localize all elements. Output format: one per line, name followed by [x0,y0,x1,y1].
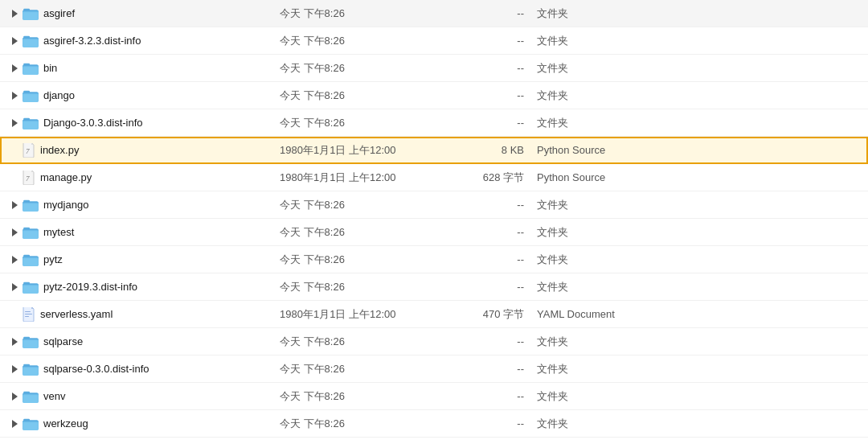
file-size: -- [457,390,537,402]
folder-icon [23,62,39,75]
expand-arrow-icon[interactable] [12,119,18,127]
svg-rect-2 [23,8,30,10]
file-kind: 文件夹 [537,225,862,240]
expand-arrow-icon[interactable] [12,283,18,291]
list-item[interactable]: pytz今天 下午8:26--文件夹 [0,246,868,273]
folder-icon [23,335,39,348]
file-kind: 文件夹 [537,88,862,103]
file-size: -- [457,35,537,47]
expand-arrow-icon[interactable] [12,393,18,401]
file-kind: 文件夹 [537,280,862,294]
folder-icon [23,417,39,430]
list-item[interactable]: serverless.yaml1980年1月1日 上午12:00470 字节YA… [0,301,868,328]
svg-text:7: 7 [26,147,30,155]
file-date: 1980年1月1日 上午12:00 [280,171,457,185]
file-date: 今天 下午8:26 [280,417,457,431]
file-kind: Python Source [537,171,862,183]
file-size: -- [457,226,537,238]
svg-rect-11 [23,90,30,92]
file-date: 今天 下午8:26 [280,389,457,404]
expand-arrow-icon[interactable] [12,92,18,100]
yaml-file-icon [23,307,35,322]
file-name: pytz [43,253,63,265]
svg-rect-19 [23,199,30,202]
list-item[interactable]: asgiref今天 下午8:26--文件夹 [0,0,868,27]
file-list: asgiref今天 下午8:26--文件夹 asgiref-3.2.3.dist… [0,0,868,438]
list-item[interactable]: werkzeug今天 下午8:26--文件夹 [0,410,868,438]
file-kind: 文件夹 [537,61,862,76]
expand-arrow-icon[interactable] [12,64,18,72]
expand-arrow-icon[interactable] [12,256,18,264]
file-kind: 文件夹 [537,362,862,376]
file-name: mytest [43,226,74,238]
file-name: serverless.yaml [40,308,113,320]
file-size: 628 字节 [457,171,537,185]
file-kind: 文件夹 [537,34,862,48]
svg-rect-34 [23,336,30,339]
file-size: -- [457,253,537,265]
svg-rect-40 [23,391,30,393]
expand-arrow-icon[interactable] [12,37,18,45]
svg-rect-43 [23,418,30,421]
svg-rect-22 [23,227,30,229]
list-item[interactable]: asgiref-3.2.3.dist-info今天 下午8:26--文件夹 [0,27,868,55]
file-kind: 文件夹 [537,253,862,267]
list-item[interactable]: 7 manage.py1980年1月1日 上午12:00628 字节Python… [0,164,868,191]
file-size: 470 字节 [457,307,537,322]
list-item[interactable]: django今天 下午8:26--文件夹 [0,82,868,109]
file-date: 今天 下午8:26 [280,253,457,267]
file-date: 今天 下午8:26 [280,116,457,130]
file-kind: 文件夹 [537,335,862,349]
folder-icon [23,7,39,20]
file-name: asgiref [43,7,75,19]
expand-arrow-icon[interactable] [12,201,18,209]
expand-arrow-icon[interactable] [12,228,18,236]
file-name: django [43,89,75,101]
list-item[interactable]: mytest今天 下午8:26--文件夹 [0,219,868,246]
folder-icon [23,253,39,266]
file-size: -- [457,417,537,430]
expand-arrow-icon[interactable] [12,10,18,18]
file-size: -- [457,117,537,129]
file-size: -- [457,199,537,211]
list-item[interactable]: Django-3.0.3.dist-info今天 下午8:26--文件夹 [0,109,868,137]
folder-icon [23,89,39,102]
file-kind: 文件夹 [537,417,862,431]
list-item[interactable]: sqlparse-0.3.0.dist-info今天 下午8:26--文件夹 [0,356,868,383]
file-date: 今天 下午8:26 [280,362,457,376]
list-item[interactable]: venv今天 下午8:26--文件夹 [0,383,868,410]
svg-rect-14 [23,117,30,120]
file-size: -- [457,335,537,347]
folder-icon [23,390,39,403]
list-item[interactable]: bin今天 下午8:26--文件夹 [0,55,868,82]
file-name: sqlparse-0.3.0.dist-info [43,363,149,375]
list-item[interactable]: 7 index.py1980年1月1日 上午12:008 KBPython So… [0,137,868,164]
file-date: 今天 下午8:26 [280,6,457,21]
file-name: pytz-2019.3.dist-info [43,281,137,293]
svg-rect-31 [25,316,29,317]
list-item[interactable]: pytz-2019.3.dist-info今天 下午8:26--文件夹 [0,273,868,301]
file-date: 今天 下午8:26 [280,198,457,212]
list-item[interactable]: mydjango今天 下午8:26--文件夹 [0,191,868,219]
expand-arrow-icon[interactable] [12,338,18,346]
file-name: mydjango [43,199,88,211]
svg-rect-30 [25,314,32,314]
folder-icon [23,117,39,129]
python-file-icon: 7 [23,143,35,158]
file-date: 1980年1月1日 上午12:00 [280,307,457,322]
file-date: 今天 下午8:26 [280,88,457,103]
list-item[interactable]: sqlparse今天 下午8:26--文件夹 [0,328,868,356]
file-date: 今天 下午8:26 [280,34,457,48]
file-name: werkzeug [43,417,88,430]
file-name: venv [43,390,65,402]
file-name: Django-3.0.3.dist-info [43,117,143,129]
file-kind: Python Source [537,144,862,156]
file-date: 今天 下午8:26 [280,335,457,349]
expand-arrow-icon[interactable] [12,365,18,373]
expand-arrow-icon[interactable] [12,420,18,428]
file-size: 8 KB [457,144,537,156]
file-name: bin [43,62,57,74]
svg-text:7: 7 [26,175,30,183]
file-kind: 文件夹 [537,6,862,21]
file-kind: YAML Document [537,308,862,320]
